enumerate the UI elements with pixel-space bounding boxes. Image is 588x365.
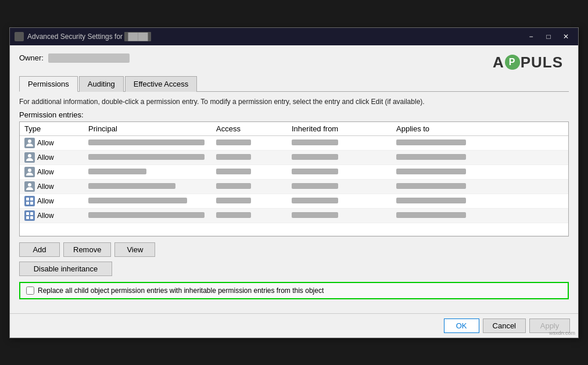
- title-bar-text: Advanced Security Settings for ████: [27, 33, 524, 41]
- table-row[interactable]: Allow: [20, 150, 568, 164]
- replace-checkbox-label: Replace all child object permission entr…: [38, 287, 324, 295]
- col-type: Type: [20, 122, 84, 136]
- replace-checkbox-row[interactable]: Replace all child object permission entr…: [19, 282, 569, 299]
- svg-point-0: [28, 139, 31, 143]
- svg-rect-10: [26, 216, 29, 219]
- owner-row: Owner:: [19, 53, 130, 63]
- watermark: wsxdn.com: [549, 330, 575, 336]
- col-inherited: Inherited from: [287, 122, 392, 136]
- close-button[interactable]: ✕: [558, 31, 573, 42]
- svg-rect-4: [26, 198, 29, 201]
- tab-effective-access[interactable]: Effective Access: [125, 76, 197, 92]
- table-row[interactable]: Allow: [20, 179, 568, 194]
- col-principal: Principal: [84, 122, 211, 136]
- remove-button[interactable]: Remove: [63, 242, 111, 257]
- title-bar-controls: − □ ✕: [524, 31, 573, 42]
- tabs-bar: Permissions Auditing Effective Access: [19, 76, 569, 92]
- svg-rect-9: [30, 212, 33, 215]
- bottom-bar: OK Cancel Apply: [10, 313, 578, 338]
- tab-auditing[interactable]: Auditing: [79, 76, 124, 92]
- table-row[interactable]: Allow: [20, 194, 568, 208]
- col-access: Access: [211, 122, 287, 136]
- appuals-logo: A P PULS: [493, 53, 563, 71]
- window-icon: [15, 32, 24, 41]
- svg-point-2: [28, 169, 31, 172]
- table-row-empty: [20, 223, 568, 235]
- svg-rect-7: [30, 202, 33, 205]
- svg-point-1: [28, 154, 31, 158]
- svg-rect-5: [30, 198, 33, 201]
- replace-checkbox[interactable]: [26, 287, 34, 295]
- info-text: For additional information, double-click…: [19, 98, 569, 106]
- table-row[interactable]: Allow: [20, 164, 568, 179]
- table-row[interactable]: Allow: [20, 135, 568, 150]
- ok-button[interactable]: OK: [444, 319, 479, 333]
- svg-rect-6: [26, 202, 29, 205]
- section-label: Permission entries:: [19, 110, 569, 119]
- cancel-button[interactable]: Cancel: [483, 319, 526, 333]
- view-button[interactable]: View: [114, 242, 155, 257]
- action-buttons: Add Remove View: [19, 242, 569, 257]
- maximize-button[interactable]: □: [541, 31, 556, 42]
- permission-table: Type Principal Access Inherited from App…: [19, 121, 569, 237]
- disable-inheritance-button[interactable]: Disable inheritance: [19, 262, 112, 276]
- svg-rect-11: [30, 216, 33, 219]
- title-bar: Advanced Security Settings for ████ − □ …: [10, 28, 578, 45]
- disable-inheritance-container: Disable inheritance: [19, 262, 569, 276]
- col-applies: Applies to: [392, 122, 568, 136]
- svg-point-3: [28, 183, 31, 187]
- owner-label: Owner:: [19, 53, 44, 62]
- table-row[interactable]: Allow: [20, 208, 568, 223]
- svg-rect-8: [26, 212, 29, 215]
- add-button[interactable]: Add: [19, 242, 60, 257]
- tab-permissions[interactable]: Permissions: [19, 76, 78, 92]
- minimize-button[interactable]: −: [524, 31, 539, 42]
